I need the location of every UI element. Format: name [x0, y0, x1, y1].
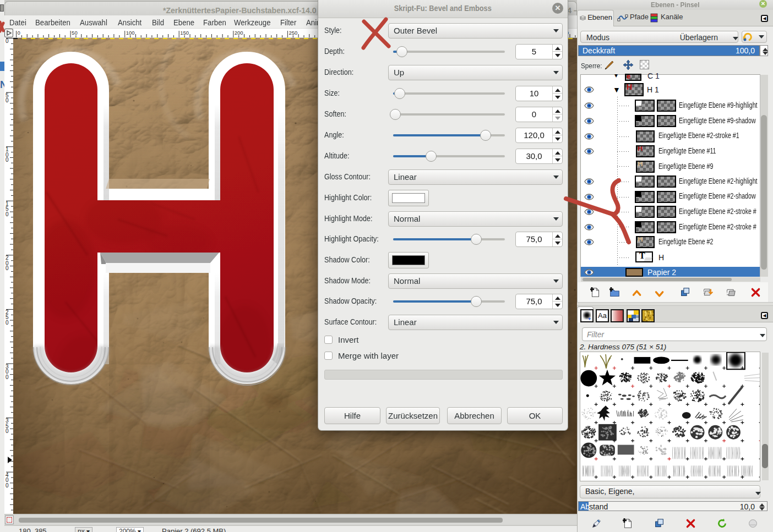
- svg-text:250: 250: [288, 30, 297, 36]
- svg-text:150: 150: [180, 30, 189, 36]
- svg-text:0: 0: [6, 38, 9, 44]
- svg-text:0: 0: [6, 157, 9, 163]
- svg-text:100: 100: [126, 30, 135, 36]
- svg-text:0: 0: [6, 482, 9, 489]
- svg-text:200: 200: [235, 30, 243, 36]
- svg-text:0: 0: [6, 374, 9, 380]
- svg-text:0: 0: [6, 428, 9, 434]
- svg-text:50: 50: [72, 30, 78, 36]
- svg-text:0: 0: [6, 265, 9, 271]
- svg-text:0: 0: [18, 30, 20, 36]
- svg-text:0: 0: [6, 320, 9, 326]
- svg-text:0: 0: [6, 97, 9, 103]
- svg-text:0: 0: [6, 211, 9, 217]
- svg-text:+: +: [588, 316, 591, 321]
